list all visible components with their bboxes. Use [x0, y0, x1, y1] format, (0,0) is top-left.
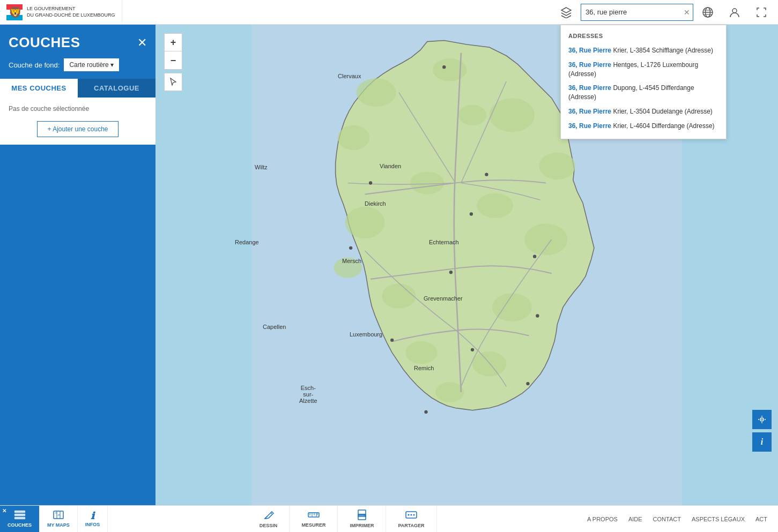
- bottom-aspects-legaux[interactable]: ASPECTS LÉGAUX: [692, 516, 745, 522]
- bottom-right: A PROPOS AIDE CONTACT ASPECTS LÉGAUX ACT: [576, 506, 778, 532]
- search-result-item[interactable]: 36, Rue Pierre Dupong, L-4545 Differdang…: [561, 81, 726, 104]
- bottom-mymaps-item[interactable]: MY MAPS: [40, 506, 78, 532]
- bottom-couches-item[interactable]: ✕ COUCHES: [0, 506, 40, 532]
- svg-point-31: [349, 246, 352, 250]
- right-tools: i: [752, 410, 772, 452]
- header: 🦁 LE GOUVERNEMENT DU GRAND-DUCHÉ DE LUXE…: [0, 0, 778, 25]
- select-tool-button[interactable]: [164, 73, 182, 91]
- logo-area: 🦁 LE GOUVERNEMENT DU GRAND-DUCHÉ DE LUXE…: [0, 0, 122, 24]
- layers-icon: [560, 6, 572, 18]
- svg-point-24: [458, 105, 487, 125]
- fullscreen-button[interactable]: [749, 0, 774, 25]
- couche-fond-dropdown[interactable]: Carte routière ▾: [64, 58, 119, 71]
- search-result-item[interactable]: 36, Rue Pierre Krier, L-4604 Differdange…: [561, 119, 726, 133]
- bottom-dessin-item[interactable]: DESSIN: [248, 506, 290, 532]
- svg-point-28: [369, 181, 372, 184]
- svg-point-16: [345, 207, 385, 238]
- search-clear-button[interactable]: ✕: [684, 8, 690, 17]
- zoom-out-button[interactable]: −: [164, 51, 182, 70]
- imprimer-icon: [356, 509, 368, 522]
- partager-label: PARTAGER: [398, 523, 424, 528]
- svg-point-56: [364, 515, 365, 516]
- tab-catalogue[interactable]: CATALOGUE: [78, 79, 155, 98]
- svg-point-26: [477, 193, 513, 218]
- svg-point-36: [471, 348, 474, 351]
- svg-point-27: [442, 65, 446, 69]
- location-icon: [757, 415, 767, 424]
- user-icon: [729, 6, 740, 18]
- bottom-partager-item[interactable]: PARTAGER: [386, 506, 436, 532]
- map-layers-button[interactable]: [554, 0, 579, 25]
- bottom-imprimer-item[interactable]: IMPRIMER: [338, 506, 386, 532]
- gov-text: LE GOUVERNEMENT DU GRAND-DUCHÉ DE LUXEMB…: [27, 6, 115, 18]
- zoom-in-button[interactable]: +: [164, 33, 182, 51]
- sidebar-header: COUCHES ✕: [0, 25, 155, 58]
- mymaps-label: MY MAPS: [47, 522, 70, 528]
- add-layer-button[interactable]: + Ajouter une couche: [37, 121, 118, 137]
- svg-point-21: [472, 351, 506, 376]
- search-result-item[interactable]: 36, Rue Pierre Krier, L-3854 Schifflange…: [561, 43, 726, 58]
- bottom-contact[interactable]: CONTACT: [653, 516, 681, 522]
- bottom-aide[interactable]: AIDE: [628, 516, 642, 522]
- svg-point-11: [357, 78, 396, 107]
- bottom-a-propos[interactable]: A PROPOS: [587, 516, 618, 522]
- svg-point-59: [410, 514, 412, 516]
- header-right: ✕: [554, 0, 778, 25]
- svg-point-18: [382, 283, 416, 308]
- cursor-icon: [168, 77, 178, 87]
- svg-rect-54: [358, 510, 366, 514]
- tab-mes-couches[interactable]: MES COUCHES: [0, 79, 78, 98]
- bottom-mesurer-item[interactable]: MESURER: [290, 506, 338, 532]
- map-controls: + −: [164, 33, 182, 91]
- couches-label: COUCHES: [8, 522, 32, 528]
- bottom-toolbar: ✕ COUCHES MY MAPS ℹ INFOS: [0, 505, 778, 532]
- fullscreen-icon: [757, 8, 766, 17]
- no-layer-text: Pas de couche sélectionnée: [9, 105, 147, 113]
- logo-icon: 🦁: [6, 4, 23, 20]
- dessin-label: DESSIN: [260, 523, 278, 528]
- dessin-icon: [263, 509, 274, 522]
- mymaps-icon: [53, 510, 64, 521]
- user-button[interactable]: [722, 0, 747, 25]
- search-results-container: 36, Rue Pierre Krier, L-3854 Schifflange…: [561, 43, 726, 133]
- language-button[interactable]: [695, 0, 720, 25]
- info-button[interactable]: i: [752, 432, 772, 452]
- svg-point-32: [533, 255, 536, 258]
- search-dropdown: Adresses 36, Rue Pierre Krier, L-3854 Sc…: [560, 25, 727, 139]
- couches-icon: [14, 510, 26, 521]
- svg-point-20: [406, 341, 438, 364]
- svg-rect-43: [14, 517, 25, 519]
- svg-text:🦁: 🦁: [9, 6, 22, 19]
- location-button[interactable]: [752, 410, 772, 429]
- svg-rect-42: [14, 514, 25, 516]
- svg-point-33: [449, 271, 453, 274]
- bottom-infos-item[interactable]: ℹ INFOS: [78, 506, 108, 532]
- svg-point-23: [334, 258, 362, 278]
- svg-point-58: [407, 514, 409, 516]
- couches-close-icon: ✕: [2, 508, 6, 514]
- svg-rect-41: [14, 511, 25, 513]
- svg-point-40: [761, 419, 762, 420]
- imprimer-label: IMPRIMER: [350, 523, 374, 528]
- search-result-item[interactable]: 36, Rue Pierre Krier, L-3504 Dudelange (…: [561, 104, 726, 119]
- search-result-item[interactable]: 36, Rue Pierre Hentges, L-1726 Luxembour…: [561, 58, 726, 81]
- sidebar: COUCHES ✕ Couche de fond: Carte routière…: [0, 25, 155, 505]
- svg-point-30: [470, 212, 473, 215]
- svg-point-17: [524, 223, 567, 255]
- search-box: ✕: [581, 4, 693, 21]
- svg-point-14: [338, 125, 369, 150]
- couche-fond-label: Couche de fond:: [9, 61, 60, 69]
- search-input[interactable]: [581, 4, 693, 21]
- globe-icon: [702, 6, 714, 18]
- svg-point-35: [390, 339, 394, 342]
- sidebar-title: COUCHES: [9, 34, 80, 51]
- mesurer-icon: [308, 510, 320, 521]
- svg-point-15: [539, 152, 576, 179]
- svg-point-38: [424, 410, 427, 414]
- svg-point-9: [732, 9, 737, 13]
- bottom-act[interactable]: ACT: [755, 516, 767, 522]
- sidebar-close-button[interactable]: ✕: [137, 37, 147, 49]
- svg-point-25: [410, 171, 444, 194]
- svg-point-60: [413, 514, 414, 516]
- sidebar-content: Pas de couche sélectionnée + Ajouter une…: [0, 98, 155, 145]
